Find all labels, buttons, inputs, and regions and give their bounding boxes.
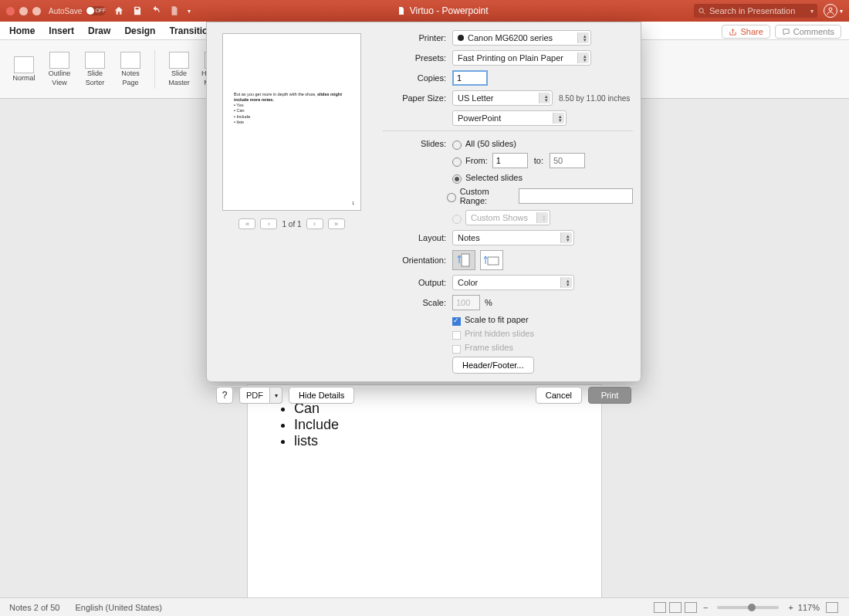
hide-details-button[interactable]: Hide Details [289, 387, 354, 404]
output-select[interactable]: Color▴▾ [452, 275, 574, 290]
last-page-button[interactable]: » [328, 218, 345, 229]
view-slide-sorter[interactable]: SlideSorter [77, 52, 113, 87]
chevron-down-icon[interactable]: ▾ [810, 8, 813, 15]
save-icon[interactable] [132, 5, 143, 16]
chevron-down-icon[interactable]: ▾ [270, 387, 282, 404]
hidden-slides-label: Print hidden slides [465, 329, 534, 338]
person-icon [826, 6, 835, 15]
slides-label: Slides: [383, 139, 446, 148]
radio-custom-range[interactable] [447, 193, 455, 202]
landscape-icon [483, 253, 500, 267]
share-icon [729, 28, 737, 36]
tab-insert[interactable]: Insert [49, 25, 74, 36]
copies-input[interactable] [452, 70, 488, 86]
svg-rect-2 [462, 254, 469, 266]
layout-select[interactable]: Notes▴▾ [452, 230, 574, 245]
printer-select[interactable]: Canon MG6200 series▴▾ [452, 30, 591, 46]
user-avatar[interactable] [824, 4, 837, 18]
radio-custom-shows [452, 215, 462, 224]
output-label: Output: [383, 278, 446, 287]
chevron-down-icon[interactable]: ▾ [840, 8, 843, 15]
help-button[interactable]: ? [216, 387, 233, 404]
zoom-out-icon[interactable]: − [703, 603, 708, 612]
autosave-label: AutoSave [49, 7, 82, 15]
comment-icon [782, 28, 790, 36]
checkbox-hidden [452, 331, 461, 340]
selected-slides-label: Selected slides [465, 173, 523, 182]
tab-draw[interactable]: Draw [88, 25, 110, 36]
all-slides-label: All (50 slides) [465, 139, 516, 148]
minimize-icon[interactable] [19, 7, 28, 15]
toggle-off-icon[interactable]: OFF [86, 6, 106, 15]
close-icon[interactable] [6, 7, 15, 15]
undo-icon[interactable] [151, 5, 161, 16]
share-button[interactable]: Share [722, 25, 770, 39]
checkbox-frame [452, 345, 461, 354]
paper-size-label: Paper Size: [383, 93, 446, 103]
powerpoint-icon [397, 6, 406, 15]
fit-icon[interactable] [826, 602, 838, 613]
search-input[interactable]: Search in Presentation ▾ [694, 4, 817, 18]
svg-point-0 [699, 8, 704, 12]
radio-selected[interactable] [452, 174, 462, 184]
comments-button[interactable]: Comments [775, 25, 841, 39]
cancel-button[interactable]: Cancel [536, 387, 582, 404]
app-select[interactable]: PowerPoint▴▾ [452, 110, 567, 126]
list-item: lists [294, 433, 563, 449]
zoom-level[interactable]: 117% [798, 603, 820, 612]
view-slide-master[interactable]: SlideMaster [161, 52, 197, 87]
autosave-toggle[interactable]: AutoSave OFF [49, 6, 106, 15]
preview-pager: « ‹ 1 of 1 › » [238, 218, 344, 229]
next-page-button[interactable]: › [306, 218, 323, 229]
orientation-landscape[interactable] [480, 250, 503, 270]
scale-input [452, 295, 480, 310]
orientation-portrait[interactable] [452, 250, 475, 270]
view-outline[interactable]: OutlineView [42, 52, 77, 87]
view-mode-sorter-icon[interactable] [669, 602, 682, 613]
window-controls[interactable] [6, 7, 41, 15]
print-button[interactable]: Print [588, 387, 631, 404]
view-notes-page[interactable]: NotesPage [113, 52, 148, 87]
zoom-in-icon[interactable]: + [788, 603, 793, 612]
tab-home[interactable]: Home [9, 25, 35, 36]
header-footer-button[interactable]: Header/Footer... [452, 357, 534, 374]
copies-label: Copies: [383, 73, 446, 83]
view-normal[interactable]: Normal [6, 56, 42, 83]
print-dialog: But as you get more in depth with the sh… [206, 22, 641, 382]
status-bar: Notes 2 of 50 English (United States) − … [0, 597, 849, 616]
window-title: Virtuo - Powerpoint [191, 5, 694, 16]
from-input[interactable] [492, 153, 528, 168]
print-preview: But as you get more in depth with the sh… [215, 30, 369, 378]
quick-access: ▾ [113, 5, 191, 16]
scale-label: Scale: [383, 298, 446, 307]
notes-list: Can Include lists [294, 401, 563, 449]
maximize-icon[interactable] [32, 7, 41, 15]
presets-label: Presets: [383, 53, 446, 63]
status-language[interactable]: English (United States) [75, 603, 162, 612]
notes-page[interactable]: Can Include lists 2 [247, 384, 602, 616]
checkbox-scale-fit[interactable] [452, 317, 461, 326]
custom-range-input[interactable] [519, 188, 633, 204]
orientation-label: Orientation: [383, 256, 446, 265]
search-placeholder: Search in Presentation [709, 6, 795, 15]
print-settings: Printer: Canon MG6200 series▴▾ Presets: … [369, 30, 633, 378]
from-label: From: [465, 156, 488, 165]
dialog-footer: ? PDF▾ Hide Details Cancel Print [207, 386, 641, 404]
zoom-slider[interactable] [717, 606, 779, 609]
home-icon[interactable] [113, 5, 124, 16]
to-label: to: [534, 156, 543, 165]
radio-all[interactable] [452, 140, 462, 150]
view-mode-reading-icon[interactable] [685, 602, 697, 613]
radio-from[interactable] [452, 157, 462, 167]
pdf-button[interactable]: PDF▾ [239, 387, 282, 404]
to-input[interactable] [550, 153, 585, 168]
presets-select[interactable]: Fast Printing on Plain Paper▴▾ [452, 50, 591, 66]
paper-size-select[interactable]: US Letter▴▾ [452, 90, 553, 106]
view-mode-normal-icon[interactable] [654, 602, 666, 613]
tab-design[interactable]: Design [124, 25, 155, 36]
document-icon[interactable] [169, 5, 180, 16]
prev-page-button[interactable]: ‹ [260, 218, 277, 229]
custom-range-label: Custom Range: [460, 187, 514, 205]
page-indicator: 1 of 1 [282, 220, 301, 228]
first-page-button[interactable]: « [238, 218, 255, 229]
